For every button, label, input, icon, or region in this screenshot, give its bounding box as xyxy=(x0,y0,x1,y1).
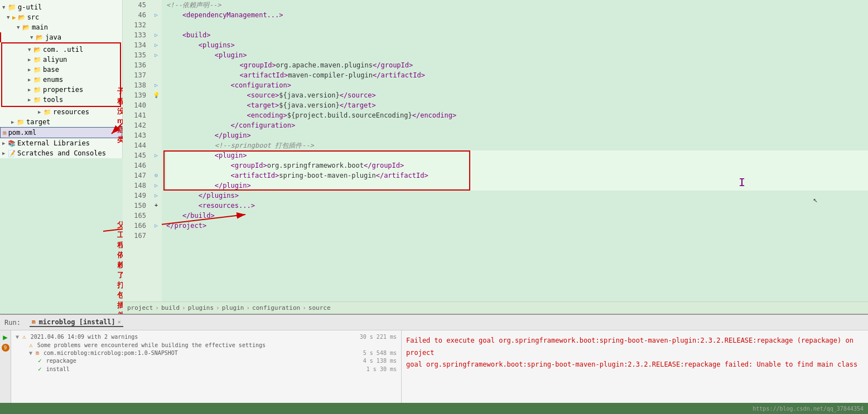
sidebar-item-pom[interactable]: m pom.xml xyxy=(0,127,122,138)
breadcrumb-plugins: plugins xyxy=(188,304,214,311)
expand-arrow-target: ▶ xyxy=(11,119,17,125)
expand-arrow-properties: ▶ xyxy=(28,87,33,92)
code-line-166: </project> xyxy=(166,221,868,231)
breadcrumb-sep2: › xyxy=(182,304,186,311)
editor-wrapper: 45 46 132 133 134 135 136 137 138 139 14… xyxy=(123,0,868,314)
run-item-install: ✓ install 1 s 30 ms xyxy=(36,365,399,373)
sidebar-label-ext-lib: External Libraries xyxy=(17,139,90,147)
expand-arrow-scratch: ▶ xyxy=(2,150,8,156)
code-line-148: </plugin> xyxy=(166,181,868,191)
ln-166: 166 xyxy=(123,221,146,231)
gutter-139: 💡 xyxy=(152,90,161,100)
editor-content[interactable]: 45 46 132 133 134 135 136 137 138 139 14… xyxy=(123,0,868,301)
code-line-45: <!--依赖声明--> xyxy=(166,0,868,10)
code-line-147: <artifactId>spring-boot-maven-plugin</ar… xyxy=(166,171,868,181)
folder-icon-enums: 📁 xyxy=(33,76,41,84)
maven-icon: m xyxy=(32,318,36,325)
code-content[interactable]: <!--依赖声明--> <dependencyManagement...> <b… xyxy=(162,0,868,301)
empty-space xyxy=(166,241,868,285)
gutter-134: ▷ xyxy=(152,40,161,50)
expand-arrow: ▼ xyxy=(2,4,8,10)
run-time-install: 1 s 30 ms xyxy=(367,366,397,372)
microblog-label: com.microblog:microblog:pom:1.0-SNAPSHOT xyxy=(44,350,178,356)
folder-icon-target: 📁 xyxy=(17,119,25,126)
sidebar-label-aliyun: aliyun xyxy=(43,56,67,64)
gutter-166: ▷ xyxy=(152,221,161,231)
sidebar-item-target[interactable]: ▶ 📁 target xyxy=(0,117,122,127)
ln-133: 133 xyxy=(123,30,146,40)
sidebar-label-resources: resources xyxy=(53,108,89,116)
run-btn[interactable]: ▶ xyxy=(1,333,10,342)
run-item-microblog: ▼ m com.microblog:microblog:pom:1.0-SNAP… xyxy=(27,349,399,357)
sidebar-label-pom: pom.xml xyxy=(8,129,37,137)
folder-icon-com: 📂 xyxy=(33,46,41,53)
check-repackage: ✓ xyxy=(38,357,42,364)
ln-165: 165 xyxy=(123,211,146,221)
code-line-145: <plugin> xyxy=(166,150,868,160)
expand-arrow-ext: ▶ xyxy=(2,140,8,146)
breadcrumb-sep1: › xyxy=(155,304,159,311)
sidebar-label-tools: tools xyxy=(43,96,63,104)
gutter-167 xyxy=(152,231,161,241)
sidebar-item-properties[interactable]: ▶ 📁 properties xyxy=(3,85,119,95)
sidebar: ▼ 📁 g-util ▼ ▶ 📂 src ▼ 📂 main ▼ xyxy=(0,0,123,158)
code-line-143: </plugin> xyxy=(166,130,868,140)
run-label: Run: xyxy=(4,319,21,327)
expand-arrow-java: ▼ xyxy=(30,35,36,40)
warn-text: Some problems were encountered while bui… xyxy=(37,342,266,348)
folder-icon-main: 📂 xyxy=(22,24,30,31)
sidebar-item-java[interactable]: ▼ 📂 java xyxy=(0,32,122,42)
gutter-142 xyxy=(152,120,161,130)
gutter-46: ▷ xyxy=(152,10,161,20)
sidebar-item-base[interactable]: ▶ 📁 base xyxy=(3,65,119,75)
tab-microblog-install[interactable]: m microblog [install] ✕ xyxy=(30,318,123,327)
breadcrumb-sep3: › xyxy=(216,304,220,311)
warn-icon-msg: ⚠ xyxy=(29,342,33,349)
sidebar-item-project[interactable]: ▼ 📁 g-util xyxy=(0,2,122,12)
expand-arrow-src: ▼ xyxy=(7,14,12,20)
sidebar-item-scratches[interactable]: ▶ 📝 Scratches and Consoles xyxy=(0,148,122,158)
gutter-150: + xyxy=(152,201,161,211)
xml-icon-pom: m xyxy=(3,129,7,137)
gutter: ▷ ▷ ▷ ▷ ▷ 💡 ▷ ⊙ ▷ ▷ + xyxy=(151,0,162,301)
sidebar-item-src[interactable]: ▼ ▶ 📂 src xyxy=(0,12,122,22)
run-error-panel: Failed to execute goal org.springframewo… xyxy=(402,330,868,403)
code-line-150: <resources...> xyxy=(166,201,868,211)
error-text: Failed to execute goal org.springframewo… xyxy=(406,335,864,371)
gutter-143 xyxy=(152,130,161,140)
sidebar-item-enums[interactable]: ▶ 📁 enums xyxy=(3,75,119,85)
breadcrumb: project › build › plugins › plugin › con… xyxy=(123,301,868,314)
ln-144: 144 xyxy=(123,140,146,150)
gutter-145: ▷ xyxy=(152,150,161,160)
code-line-135: <plugin> xyxy=(166,50,868,60)
breadcrumb-source: source xyxy=(308,304,331,311)
gutter-147: ⊙ xyxy=(152,171,161,181)
breadcrumb-configuration: configuration xyxy=(252,304,300,311)
project-icon: 📁 xyxy=(8,3,16,11)
sidebar-item-main[interactable]: ▼ 📂 main xyxy=(0,22,122,32)
sidebar-red-box: ▼ 📂 com. .util ▶ 📁 aliyun ▶ 📁 base xyxy=(1,42,121,107)
sidebar-item-aliyun[interactable]: ▶ 📁 aliyun xyxy=(3,55,119,65)
sidebar-label-base: base xyxy=(43,66,59,74)
expand-arrow-main: ▼ xyxy=(17,25,22,30)
sidebar-item-com[interactable]: ▼ 📂 com. .util xyxy=(3,45,119,55)
run-log-panel: ▼ ⚠ 2021.04.06 14:09 with 2 warnings 30 … xyxy=(11,330,402,403)
breadcrumb-sep5: › xyxy=(302,304,306,311)
maven-icon-small: m xyxy=(36,350,39,356)
code-line-134: <plugins> xyxy=(166,40,868,50)
folder-icon-aliyun: 📁 xyxy=(33,56,41,64)
gutter-141 xyxy=(152,110,161,120)
sidebar-item-tools[interactable]: ▶ 📁 tools xyxy=(3,95,119,105)
code-line-139: <source>${java.version}</source> xyxy=(166,90,868,100)
breadcrumb-sep4: › xyxy=(246,304,250,311)
sidebar-item-external-libraries[interactable]: ▶ 📚 External Libraries xyxy=(0,138,122,148)
code-line-142: </configuration> xyxy=(166,120,868,130)
ln-149: 149 xyxy=(123,191,146,201)
sidebar-label-target: target xyxy=(26,118,50,126)
sidebar-item-resources[interactable]: ▶ 📁 resources xyxy=(0,107,122,117)
close-tab-btn[interactable]: ✕ xyxy=(118,319,121,325)
expand-arrow-com: ▼ xyxy=(28,47,33,52)
install-label: install xyxy=(46,366,70,372)
main-area: ▼ 📁 g-util ▼ ▶ 📂 src ▼ 📂 main ▼ xyxy=(0,0,868,314)
warn-icon-main: ⚠ xyxy=(22,333,26,340)
